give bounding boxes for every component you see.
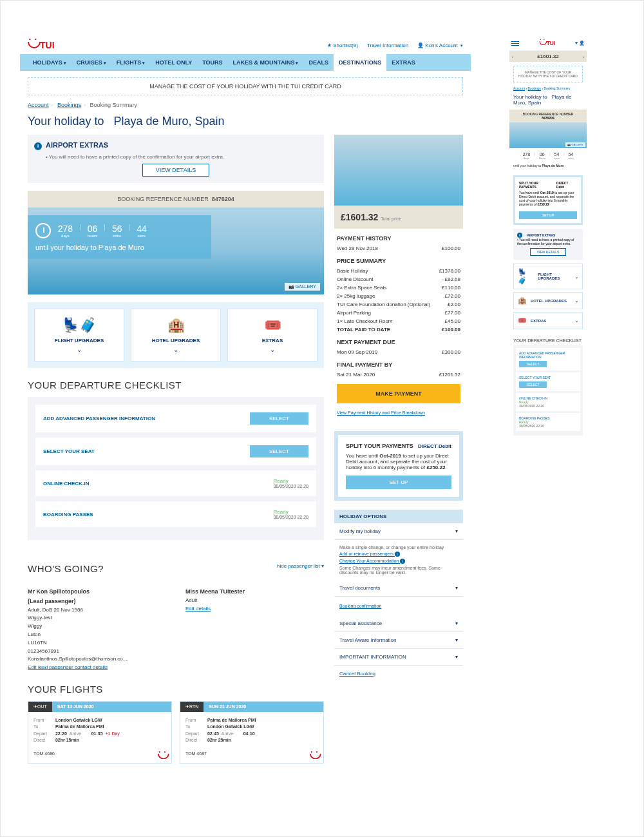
- nav-hotel-only[interactable]: HOTEL ONLY: [150, 54, 197, 71]
- add-remove-pax-link[interactable]: Add or remove passengers i: [339, 552, 458, 557]
- shortlist-link[interactable]: ★ Shortlist(9): [327, 43, 358, 48]
- travel-docs-toggle[interactable]: Travel documents▾: [334, 580, 463, 597]
- main-nav: HOLIDAYS▾ CRUISES▾ FLIGHTS▾ HOTEL ONLY T…: [20, 54, 471, 71]
- breadcrumb-account[interactable]: Account: [28, 102, 49, 108]
- nav-extras[interactable]: EXTRAS: [386, 54, 421, 71]
- lead-passenger: Mr Kon Spiliotopoulos (Lead passenger) A…: [28, 587, 166, 672]
- flight-outbound: ✈OUTSAT 13 JUN 2020 From London Gatwick …: [28, 701, 172, 764]
- booking-reference: BOOKING REFERENCE NUMBER 8476204: [28, 191, 324, 207]
- nav-tours[interactable]: TOURS: [197, 54, 227, 71]
- setup-dd-button[interactable]: SET UP: [346, 476, 451, 489]
- select-api-mobile[interactable]: SELECT: [519, 361, 547, 367]
- ticket-icon: 🎟️: [232, 317, 313, 334]
- nav-cruises[interactable]: CRUISES▾: [71, 54, 111, 71]
- tui-smile-icon: [310, 753, 319, 760]
- airport-extras-panel: iAIRPORT EXTRAS • You will need to have …: [28, 135, 324, 183]
- tile-hotel-mobile[interactable]: 🏨HOTEL UPGRADES⌄: [513, 292, 583, 309]
- chevron-down-icon: ⌄: [39, 346, 120, 353]
- select-seat-mobile[interactable]: SELECT: [519, 381, 547, 388]
- travel-aware-toggle[interactable]: Travel Aware Information▾: [334, 632, 463, 649]
- other-passenger: Miss Meena TUItester Adult Edit details: [185, 587, 324, 672]
- tile-flight-mobile[interactable]: 💺🧳FLIGHT UPGRADES⌄: [513, 264, 583, 289]
- nav-destinations[interactable]: DESTINATIONS: [334, 54, 386, 71]
- checklist-api: ADD ADVANCED PASSENGER INFORMATIONSELECT: [35, 405, 316, 432]
- edit-pax-link[interactable]: Edit details: [185, 606, 211, 611]
- cancel-booking-link[interactable]: Cancel Booking: [339, 671, 375, 677]
- gallery-button[interactable]: 📷 GALLERY: [285, 283, 320, 291]
- hamburger-icon[interactable]: [511, 40, 519, 47]
- nav-flights[interactable]: FLIGHTS▾: [111, 54, 151, 71]
- select-seat-button[interactable]: SELECT: [250, 445, 308, 457]
- seat-icon: 💺🧳: [39, 317, 120, 334]
- modify-holiday-toggle[interactable]: Modify my holiday▾: [334, 523, 463, 540]
- tui-smile-icon: [158, 753, 167, 760]
- nav-holidays[interactable]: HOLIDAYS▾: [28, 54, 71, 71]
- setup-dd-mobile[interactable]: SET UP: [519, 211, 577, 219]
- gallery-button-mobile[interactable]: 📷 GALLERY: [565, 142, 585, 147]
- hero-image: 278days| 06hours| 56mins| 44secs until y…: [28, 207, 324, 294]
- header-icons[interactable]: ♥ 👤: [575, 41, 585, 46]
- chevron-down-icon: ⌄: [232, 346, 313, 353]
- checklist-checkin: ONLINE CHECK-INReady30/05/2020 22:20: [35, 470, 316, 496]
- account-menu[interactable]: 👤 Kon's Account ▾: [417, 43, 463, 48]
- checklist-seat: SELECT YOUR SEATSELECT: [35, 438, 316, 465]
- promo-banner[interactable]: MANAGE THE COST OF YOUR HOLIDAY WITH THE…: [28, 77, 463, 95]
- promo-banner-mobile[interactable]: MANAGE THE COST OF YOUR HOLIDAY WITH THE…: [513, 66, 583, 82]
- breadcrumb-bookings[interactable]: Bookings: [57, 102, 81, 108]
- chevron-down-icon: ⌄: [135, 346, 216, 353]
- tile-flight-upgrades[interactable]: 💺🧳FLIGHT UPGRADES⌄: [34, 309, 124, 361]
- countdown: 278days| 06hours| 56mins| 44secs: [58, 224, 147, 238]
- checklist-heading: YOUR DEPARTURE CHECKLIST: [28, 380, 324, 390]
- make-payment-button[interactable]: MAKE PAYMENT: [337, 384, 460, 403]
- tile-extras-mobile[interactable]: 🎟️EXTRAS⌄: [513, 312, 583, 329]
- clock-icon: [35, 223, 51, 238]
- total-price: £1601.32 Total price: [334, 206, 463, 229]
- important-info-toggle[interactable]: IMPORTANT INFORMATION▾: [334, 649, 463, 666]
- hero-image-mobile: 📷 GALLERY: [509, 122, 587, 148]
- view-details-button[interactable]: VIEW DETAILS: [142, 164, 209, 177]
- special-assist-toggle[interactable]: Special assistance▾: [334, 615, 463, 632]
- nav-deals[interactable]: DEALS: [303, 54, 334, 71]
- change-accom-link[interactable]: Change Your Accommodation i: [339, 559, 458, 564]
- checklist-boarding: BOARDING PASSESReady30/05/2020 22:20: [35, 501, 316, 527]
- split-payments-panel: SPLIT YOUR PAYMENTSDIRECT Debit You have…: [334, 431, 463, 501]
- view-details-mobile[interactable]: VIEW DETAILS: [530, 248, 567, 256]
- mobile-viewport: TUI ♥ 👤 ‹£1601.32› MANAGE THE COST OF YO…: [509, 36, 587, 764]
- tile-hotel-upgrades[interactable]: 🏨HOTEL UPGRADES⌄: [131, 309, 221, 361]
- page-title: Your holiday to Playa de Muro, Spain: [28, 115, 463, 128]
- tui-logo[interactable]: TUI: [28, 40, 55, 50]
- view-history-link[interactable]: View Payment History and Price Breakdown: [337, 410, 425, 415]
- flight-return: ✈RTNSUN 21 JUN 2020 From Palma de Mallor…: [180, 701, 324, 764]
- summary-hero-image: [334, 135, 463, 206]
- flights-heading: YOUR FLIGHTS: [28, 684, 324, 695]
- select-api-button[interactable]: SELECT: [250, 412, 308, 425]
- info-icon: i: [34, 142, 42, 150]
- nav-lakes[interactable]: LAKES & MOUNTAINS▾: [228, 54, 304, 71]
- desktop-viewport: TUI ★ Shortlist(9) Travel Information 👤 …: [20, 36, 471, 764]
- direct-debit-logo: DIRECT Debit: [418, 443, 451, 449]
- edit-lead-link[interactable]: Edit lead passenger contact details: [28, 664, 108, 670]
- tile-extras[interactable]: 🎟️EXTRAS⌄: [227, 309, 317, 361]
- hotel-icon: 🏨: [135, 317, 216, 334]
- breadcrumb-current: Booking Summary: [90, 102, 138, 108]
- who-heading: WHO'S GOING?: [28, 563, 104, 574]
- booking-confirmation-link[interactable]: Booking confirmation: [339, 604, 458, 608]
- tui-logo-mobile[interactable]: TUI: [539, 40, 555, 46]
- breadcrumb: Account› Bookings› Booking Summary: [28, 102, 463, 108]
- hide-passenger-list[interactable]: hide passenger list ▾: [277, 563, 324, 569]
- travel-info-link[interactable]: Travel Information: [367, 43, 408, 48]
- holiday-options-panel: HOLIDAY OPTIONS Modify my holiday▾ Make …: [334, 510, 463, 682]
